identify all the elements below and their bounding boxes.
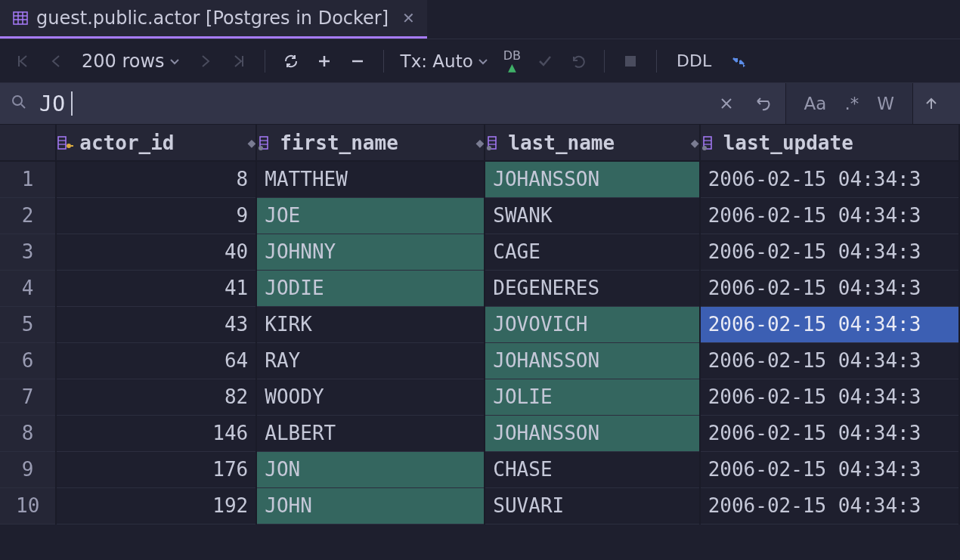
cell-last-name[interactable]: JOLIE [485,379,699,415]
cell-first-name[interactable]: WOODY [256,379,485,415]
cell-last-name[interactable]: DEGENERES [485,270,699,306]
revert-button[interactable] [563,46,593,76]
tab-table[interactable]: guest.public.actor [Postgres in Docker] … [0,0,427,39]
sort-icon: ◆ [691,135,699,150]
table-row[interactable]: 782WOODYJOLIE2006-02-15 04:34:3 [0,379,959,415]
first-page-button[interactable] [8,46,38,76]
move-up-button[interactable] [913,83,949,124]
cell-last-name[interactable]: JOVOVICH [485,306,699,342]
table-row[interactable]: 29JOESWANK2006-02-15 04:34:3 [0,197,959,234]
column-header-last-name[interactable]: last_name ◆ [485,125,699,161]
row-number[interactable]: 2 [0,197,56,234]
cell-last-update[interactable]: 2006-02-15 04:34:3 [700,487,959,524]
cell-last-update[interactable]: 2006-02-15 04:34:3 [700,451,959,487]
cell-first-name[interactable]: JOHNNY [256,234,485,270]
table-row[interactable]: 18MATTHEWJOHANSSON2006-02-15 04:34:3 [0,161,959,197]
row-number[interactable]: 8 [0,415,56,451]
cell-last-name[interactable]: CHASE [485,451,699,487]
last-page-button[interactable] [224,46,254,76]
cell-actor-id[interactable]: 40 [56,234,256,270]
cell-last-update[interactable]: 2006-02-15 04:34:3 [700,270,959,306]
data-table: actor_id ◆ first_name ◆ [0,125,960,524]
svg-point-6 [13,96,22,105]
cell-last-name[interactable]: SUVARI [485,487,699,524]
cell-last-name[interactable]: CAGE [485,234,699,270]
filter-history-button[interactable] [748,88,778,119]
cell-last-update[interactable]: 2006-02-15 04:34:3 [700,415,959,451]
cell-actor-id[interactable]: 146 [56,415,256,451]
cell-last-name[interactable]: JOHANSSON [485,415,699,451]
table-row[interactable]: 441JODIEDEGENERES2006-02-15 04:34:3 [0,270,959,306]
cell-first-name[interactable]: JODIE [256,270,485,306]
cell-last-update[interactable]: 2006-02-15 04:34:3 [700,306,959,342]
collapse-button[interactable] [723,46,754,76]
cell-last-update[interactable]: 2006-02-15 04:34:3 [700,161,959,197]
cell-first-name[interactable]: ALBERT [256,415,485,451]
ddl-button[interactable]: DDL [667,51,720,70]
pk-column-icon [57,135,73,151]
match-case-toggle[interactable]: Aa [800,91,831,116]
row-number[interactable]: 1 [0,161,56,197]
cell-first-name[interactable]: JOHN [256,487,485,524]
cell-first-name[interactable]: JON [256,451,485,487]
cell-last-update[interactable]: 2006-02-15 04:34:3 [700,197,959,234]
table-row[interactable]: 8146ALBERTJOHANSSON2006-02-15 04:34:3 [0,415,959,451]
remove-row-button[interactable] [342,46,373,76]
cell-actor-id[interactable]: 8 [56,161,256,197]
row-number-header[interactable] [0,125,56,161]
row-number[interactable]: 4 [0,270,56,306]
row-number[interactable]: 3 [0,234,56,270]
prev-page-button[interactable] [41,46,71,76]
cell-actor-id[interactable]: 41 [56,270,256,306]
chevron-down-icon [478,56,488,67]
submit-button[interactable] [530,46,560,76]
column-header-first-name[interactable]: first_name ◆ [256,125,485,161]
cell-actor-id[interactable]: 43 [56,306,256,342]
cell-actor-id[interactable]: 9 [56,197,256,234]
search-input[interactable] [39,91,711,116]
cell-actor-id[interactable]: 64 [56,342,256,379]
cell-first-name[interactable]: RAY [256,342,485,379]
row-number[interactable]: 7 [0,379,56,415]
svg-rect-7 [58,137,66,149]
column-icon [257,135,274,151]
cell-last-name[interactable]: JOHANSSON [485,342,699,379]
column-header-last-update[interactable]: last_update [700,125,959,161]
row-number[interactable]: 10 [0,487,56,524]
table-row[interactable]: 9176JONCHASE2006-02-15 04:34:3 [0,451,959,487]
regex-toggle[interactable]: .* [840,91,863,116]
cell-first-name[interactable]: MATTHEW [256,161,485,197]
cell-actor-id[interactable]: 176 [56,451,256,487]
rows-selector[interactable]: 200 rows [74,51,187,72]
row-number[interactable]: 9 [0,451,56,487]
column-header-actor-id[interactable]: actor_id ◆ [56,125,256,161]
arrow-up-icon: ▲ [508,62,516,73]
refresh-button[interactable] [276,46,306,76]
table-icon [12,10,29,26]
whole-words-toggle[interactable]: W [872,91,899,116]
add-row-button[interactable] [309,46,339,76]
cell-last-update[interactable]: 2006-02-15 04:34:3 [700,379,959,415]
cell-last-name[interactable]: SWANK [485,197,699,234]
clear-search-button[interactable] [711,88,742,119]
cell-first-name[interactable]: KIRK [256,306,485,342]
commit-button[interactable]: DB ▲ [497,50,527,73]
table-row[interactable]: 10192JOHNSUVARI2006-02-15 04:34:3 [0,487,959,524]
next-page-button[interactable] [190,46,221,76]
cell-actor-id[interactable]: 192 [56,487,256,524]
table-row[interactable]: 664RAYJOHANSSON2006-02-15 04:34:3 [0,342,959,379]
cell-actor-id[interactable]: 82 [56,379,256,415]
svg-rect-0 [14,12,27,24]
close-icon[interactable]: ✕ [402,9,415,27]
table-row[interactable]: 340JOHNNYCAGE2006-02-15 04:34:3 [0,234,959,270]
cell-last-update[interactable]: 2006-02-15 04:34:3 [700,234,959,270]
cell-last-name[interactable]: JOHANSSON [485,161,699,197]
cell-last-update[interactable]: 2006-02-15 04:34:3 [700,342,959,379]
table-row[interactable]: 543KIRKJOVOVICH2006-02-15 04:34:3 [0,306,959,342]
cell-first-name[interactable]: JOE [256,197,485,234]
tx-selector[interactable]: Tx: Auto [395,51,494,71]
row-number[interactable]: 6 [0,342,56,379]
row-number[interactable]: 5 [0,306,56,342]
sort-icon: ◆ [247,135,255,150]
stop-button[interactable] [615,46,646,76]
